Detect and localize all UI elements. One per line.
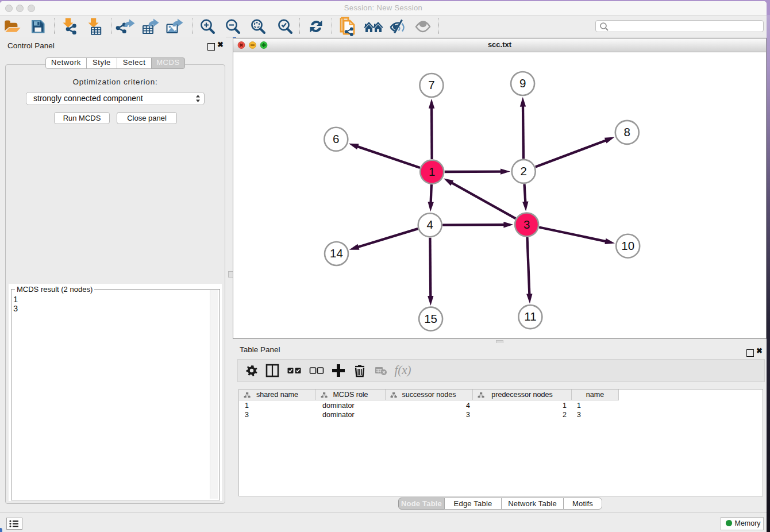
svg-text:14: 14 bbox=[330, 246, 343, 260]
svg-text:2: 2 bbox=[520, 164, 526, 178]
svg-text:3: 3 bbox=[523, 218, 530, 231]
svg-text:7: 7 bbox=[428, 78, 434, 91]
svg-text:f(x): f(x) bbox=[394, 363, 411, 377]
svg-text:10: 10 bbox=[621, 239, 634, 252]
svg-text:15: 15 bbox=[424, 312, 437, 325]
svg-text:9: 9 bbox=[519, 76, 526, 90]
svg-text:1: 1 bbox=[429, 165, 435, 178]
svg-text:11: 11 bbox=[524, 310, 536, 323]
svg-text:8: 8 bbox=[624, 125, 630, 138]
svg-text:6: 6 bbox=[333, 132, 339, 145]
svg-text:4: 4 bbox=[426, 218, 433, 231]
